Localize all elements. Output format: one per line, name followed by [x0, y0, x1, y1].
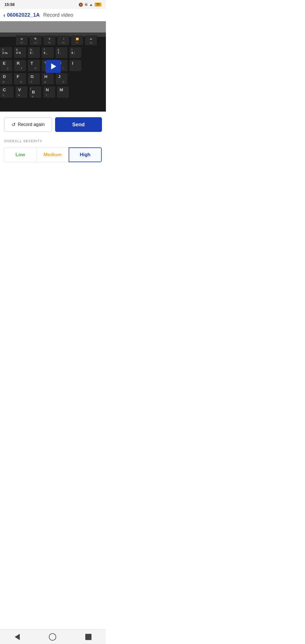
severity-low-button[interactable]: Low [4, 147, 36, 162]
svg-rect-81 [43, 86, 55, 98]
svg-text:с: с [3, 93, 4, 97]
svg-text:8 :: 8 : [71, 51, 75, 55]
svg-text:$: $ [16, 48, 18, 51]
svg-text:4 %: 4 % [16, 51, 21, 55]
refresh-icon: ↺ [12, 122, 16, 128]
svg-text:G: G [30, 74, 34, 79]
bell-muted-icon: 🔕 [79, 3, 83, 7]
svg-text:🔍: 🔍 [34, 37, 38, 41]
svg-text:🎙: 🎙 [48, 38, 51, 40]
svg-text:р: р [44, 80, 46, 83]
svg-text:F: F [17, 74, 19, 79]
svg-rect-65 [42, 73, 54, 85]
svg-rect-77 [29, 86, 42, 98]
svg-text:F6: F6 [62, 42, 65, 44]
svg-rect-59 [14, 73, 26, 85]
severity-low-label: Low [16, 152, 25, 158]
svg-rect-39 [0, 60, 12, 71]
page-title-bold: 06062022_1A [7, 12, 40, 18]
severity-section: OVERALL SEVERITY Low Medium High [0, 138, 106, 168]
svg-rect-56 [0, 73, 12, 85]
svg-text:V: V [18, 87, 21, 92]
svg-text:M: M [60, 87, 63, 92]
svg-rect-74 [15, 86, 28, 98]
svg-text:6 ,: 6 , [44, 51, 47, 55]
battery-icon: 77 [95, 3, 101, 6]
svg-text:%: % [30, 48, 32, 51]
svg-text:п: п [30, 80, 32, 83]
svg-rect-68 [55, 73, 68, 85]
status-bar: 15:58 🔕 ⊠ ▲ 77 [0, 0, 106, 9]
play-button[interactable] [45, 60, 61, 73]
svg-text:i: i [30, 87, 31, 90]
svg-text:F5: F5 [48, 42, 51, 44]
svg-text:T: T [30, 61, 33, 66]
svg-text:у: у [7, 67, 8, 70]
svg-text:C: C [3, 87, 6, 92]
svg-text:е: е [35, 67, 36, 70]
severity-high-label: High [80, 152, 90, 158]
svg-text:и: и [32, 95, 34, 98]
svg-text:F3: F3 [20, 42, 23, 44]
action-buttons-row: ↺ Record again Send [0, 112, 106, 138]
page-title-normal: Record video [43, 12, 73, 18]
svg-text:#: # [2, 48, 4, 51]
header: ‹ 06062022_1A Record video [0, 9, 106, 21]
svg-text:о: о [63, 80, 64, 83]
video-player[interactable]: ⊞ F3 🔍 F4 🎙 F5 ☽ F6 ⏪ F7 ⏯ F8 # 3 № $ 4 … [0, 21, 106, 112]
svg-text:☽: ☽ [62, 38, 64, 40]
svg-text:E: E [3, 61, 6, 66]
svg-rect-71 [0, 86, 14, 98]
record-again-button[interactable]: ↺ Record again [4, 117, 52, 132]
svg-text:J: J [58, 74, 60, 79]
svg-rect-36 [69, 47, 82, 58]
svg-text:F4: F4 [34, 42, 37, 44]
svg-text:⏪: ⏪ [76, 37, 79, 41]
svg-text:⏯: ⏯ [90, 38, 92, 40]
svg-text:3 №: 3 № [2, 51, 8, 55]
svg-text:5 :: 5 : [30, 51, 33, 55]
svg-text:B: B [32, 90, 35, 94]
severity-medium-button[interactable]: Medium [36, 147, 68, 162]
svg-text:&: & [58, 48, 59, 51]
severity-medium-label: Medium [43, 152, 62, 158]
status-icons: 🔕 ⊠ ▲ 77 [79, 3, 101, 7]
severity-section-label: OVERALL SEVERITY [4, 139, 102, 143]
svg-text:D: D [3, 74, 6, 79]
severity-buttons-group: Low Medium High [4, 147, 102, 162]
play-triangle-icon [51, 63, 56, 69]
svg-text:⊞: ⊞ [21, 38, 23, 40]
wifi-icon: ▲ [89, 3, 93, 7]
svg-text:N: N [46, 87, 49, 92]
svg-text:а: а [20, 80, 22, 83]
svg-text:к: к [21, 67, 22, 70]
svg-text:г: г [62, 67, 64, 70]
svg-text:в: в [3, 80, 4, 83]
back-button[interactable]: ‹ [3, 12, 5, 18]
svg-text:м: м [18, 93, 20, 97]
svg-text:т: т [46, 93, 47, 97]
svg-rect-33 [55, 47, 68, 58]
svg-rect-62 [28, 73, 40, 85]
svg-rect-45 [28, 60, 40, 71]
svg-text:F8: F8 [90, 42, 92, 44]
svg-rect-42 [14, 60, 26, 71]
svg-text:H: H [44, 74, 47, 79]
send-button[interactable]: Send [55, 117, 102, 132]
svg-rect-30 [42, 47, 54, 58]
status-time: 15:58 [5, 2, 15, 7]
svg-text:*: * [71, 48, 73, 51]
svg-text:F7: F7 [76, 42, 79, 44]
svg-text:7 .: 7 . [58, 51, 61, 55]
svg-text:I: I [72, 61, 73, 66]
severity-high-button[interactable]: High [69, 147, 102, 162]
svg-text:R: R [17, 61, 20, 66]
svg-rect-27 [28, 47, 40, 58]
record-again-label: Record again [18, 122, 45, 127]
svg-rect-54 [69, 60, 82, 71]
close-icon: ⊠ [85, 3, 88, 6]
